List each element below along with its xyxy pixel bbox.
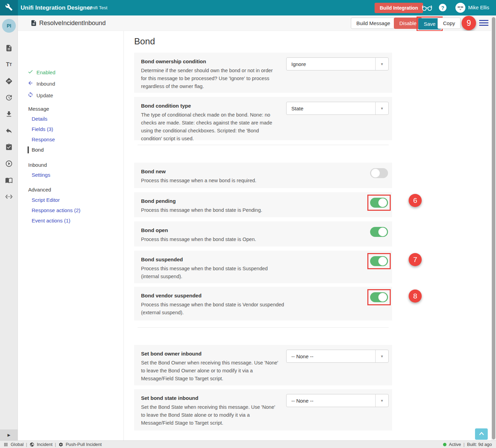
field-label: Bond pending: [141, 198, 385, 204]
field-set-bond-state-inbound: Set bond state inbound Set the Bond Stat…: [134, 389, 392, 430]
icon-rail: PI TT ▶: [0, 15, 18, 440]
nav-panel: Enabled Inbound Update Message Details F…: [18, 31, 124, 440]
chevron-down-icon: ▼: [375, 102, 388, 114]
bond-ownership-condition-select[interactable]: Ignore ▼: [286, 57, 389, 70]
field-set-bond-owner-inbound: Set bond owner inbound Set the Bond Owne…: [134, 345, 392, 385]
built-status-label: Built: 9d ago: [467, 442, 492, 447]
reply-icon[interactable]: [5, 127, 13, 134]
field-description: Process this message when a new bond is …: [141, 177, 279, 185]
play-circle-icon[interactable]: [5, 160, 13, 167]
build-message-button[interactable]: Build Message: [351, 18, 396, 29]
field-description: The type of conditional check made on th…: [141, 111, 279, 143]
expand-sidebar-button[interactable]: ▶: [0, 429, 18, 440]
help-icon[interactable]: ?: [439, 4, 446, 11]
scope-global[interactable]: Global: [11, 442, 24, 447]
nav-item-details[interactable]: Details: [32, 116, 47, 122]
scrollbar-thumb[interactable]: [492, 17, 495, 439]
knowledge-book-icon[interactable]: [5, 176, 13, 184]
field-description: Process this message when the bond state…: [141, 301, 289, 317]
active-status-label: Active: [449, 442, 461, 447]
set-bond-state-inbound-select[interactable]: -- None -- ▼: [286, 394, 389, 407]
field-label: Bond new: [141, 168, 385, 174]
field-bond-new: Bond new Process this message when a new…: [134, 163, 392, 188]
send-diamond-icon[interactable]: [5, 77, 13, 85]
nav-inbound-direction[interactable]: Inbound: [28, 80, 55, 87]
app-subtitle: Unifi Test: [88, 5, 107, 10]
download-icon[interactable]: [5, 110, 13, 118]
main-content: Bond Bond ownership condition Determine …: [124, 31, 492, 440]
task-check-icon[interactable]: [5, 143, 13, 151]
field-label: Bond open: [141, 227, 385, 233]
scope-integration[interactable]: Push-Pull Incident: [66, 442, 102, 447]
document-icon: [30, 19, 37, 28]
code-icon[interactable]: [5, 193, 13, 200]
title-bar: ResolveIncidentInbound Build Message Dis…: [18, 15, 496, 31]
field-bond-open: Bond open Process this message when the …: [134, 221, 392, 247]
annotation-marker-7: 7: [409, 253, 422, 266]
user-name[interactable]: Mike Ellis: [468, 5, 489, 10]
field-description: Determine if the sender should own the b…: [141, 67, 279, 90]
status-bar: Global | Incident | Push-Pull Incident A…: [0, 440, 496, 448]
field-description: Process this message when the bond state…: [141, 265, 272, 281]
field-description: Process this message when the bond state…: [141, 236, 279, 243]
scope-incident[interactable]: Incident: [37, 442, 53, 447]
check-icon: [28, 69, 33, 76]
field-bond-ownership-condition: Bond ownership condition Determine if th…: [134, 53, 392, 93]
nav-item-fields[interactable]: Fields (3): [32, 126, 53, 132]
bond-open-toggle[interactable]: [370, 227, 388, 237]
incident-icon: [30, 442, 34, 447]
preview-glasses-icon[interactable]: [422, 4, 432, 13]
annotation-marker-6: 6: [409, 194, 422, 207]
field-bond-suspended: Bond suspended Process this message when…: [134, 251, 392, 283]
document-icon[interactable]: [5, 44, 13, 52]
copy-button[interactable]: Copy: [438, 18, 461, 29]
section-divider: [138, 145, 389, 145]
nav-item-bond-selected[interactable]: Bond: [32, 147, 44, 153]
build-integration-button[interactable]: Build Integration: [375, 3, 423, 13]
field-label: Bond vendor suspended: [141, 293, 385, 298]
annotation-highlight-box: [367, 289, 391, 305]
nav-section-advanced: Advanced: [28, 187, 51, 193]
field-label: Bond suspended: [141, 256, 385, 262]
arrow-left-icon: [28, 80, 33, 87]
field-bond-vendor-suspended: Bond vendor suspended Process this messa…: [134, 287, 392, 320]
refresh-icon: [28, 92, 33, 99]
set-bond-owner-inbound-select[interactable]: -- None -- ▼: [286, 350, 389, 363]
unifi-integration-designer-window: Unifi Integration Designer Unifi Test Bu…: [0, 0, 496, 448]
bond-condition-type-select[interactable]: State ▼: [286, 102, 389, 115]
annotation-marker-8: 8: [409, 289, 422, 303]
section-heading: Bond: [134, 36, 155, 47]
scroll-to-top-button[interactable]: [475, 428, 488, 440]
app-header: Unifi Integration Designer Unifi Test Bu…: [0, 0, 496, 15]
annotation-marker-9: 9: [462, 16, 476, 30]
nav-item-settings[interactable]: Settings: [32, 172, 50, 178]
section-divider: [138, 327, 389, 328]
wrench-icon: [5, 3, 13, 12]
field-description: Set the Bond Owner when receiving this m…: [141, 359, 279, 383]
chevron-down-icon: ▼: [375, 394, 388, 407]
nav-item-response[interactable]: Response: [32, 136, 55, 142]
chevron-up-icon: [478, 431, 485, 437]
field-description: Process this message when the bond state…: [141, 206, 279, 214]
nav-section-inbound: Inbound: [28, 162, 47, 168]
menu-hamburger-icon[interactable]: [479, 20, 488, 26]
integration-avatar[interactable]: PI: [2, 19, 16, 33]
field-bond-condition-type: Bond condition type The type of conditio…: [134, 97, 392, 140]
user-avatar[interactable]: [455, 3, 465, 13]
field-description: Set the Bond State when receiving this m…: [141, 403, 279, 427]
chevron-down-icon: ▼: [375, 350, 388, 362]
annotation-highlight-box: [367, 195, 391, 211]
nav-enabled[interactable]: Enabled: [28, 69, 55, 76]
nav-update[interactable]: Update: [28, 92, 53, 99]
annotation-highlight-box: [367, 253, 391, 269]
nav-item-event-actions[interactable]: Event actions (1): [32, 218, 71, 223]
history-icon[interactable]: [5, 94, 13, 101]
app-logo[interactable]: [0, 0, 18, 15]
apps-grid-icon[interactable]: [3, 442, 8, 447]
bond-new-toggle[interactable]: [370, 168, 388, 178]
text-format-icon[interactable]: TT: [6, 61, 12, 68]
nav-item-script-editor[interactable]: Script Editor: [32, 197, 60, 203]
nav-item-response-actions[interactable]: Response actions (2): [32, 207, 80, 213]
nav-section-message: Message: [28, 106, 49, 112]
gear-icon: [58, 442, 63, 447]
